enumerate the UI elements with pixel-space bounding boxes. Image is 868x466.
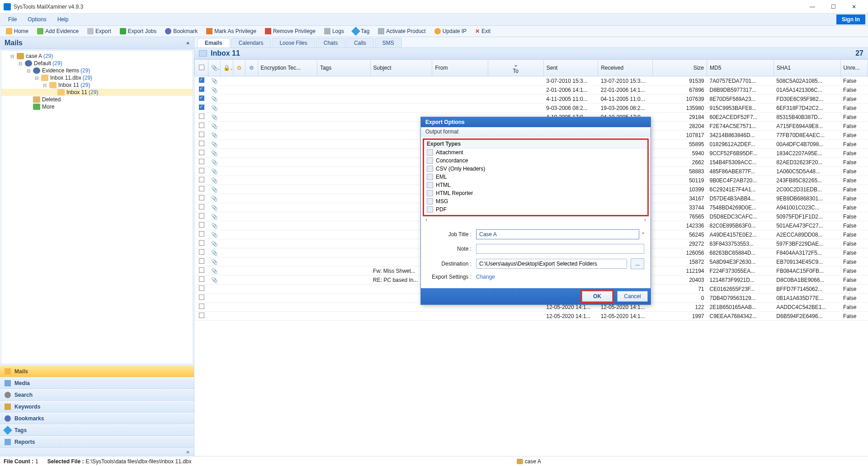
export-type-html[interactable]: HTML <box>424 181 647 189</box>
tree-node[interactable]: ⊟Inbox 11(29) <box>1 81 193 89</box>
row-checkbox[interactable] <box>199 276 204 282</box>
tree-toggle-icon[interactable]: ⊟ <box>18 61 23 66</box>
minimize-button[interactable]: — <box>802 0 823 14</box>
update-ip-button[interactable]: Update IP <box>430 27 471 36</box>
logs-button[interactable]: Logs <box>320 27 348 36</box>
tree-toggle-icon[interactable]: ⊟ <box>42 83 47 88</box>
remove-privilege-button[interactable]: Remove Privilege <box>261 27 320 36</box>
nav-item-mails[interactable]: Mails <box>0 366 194 377</box>
nav-item-search[interactable]: Search <box>0 389 194 401</box>
row-checkbox[interactable] <box>199 95 204 101</box>
nav-item-bookmarks[interactable]: Bookmarks <box>0 413 194 424</box>
column-header[interactable]: 🔒 <box>221 60 233 76</box>
row-checkbox[interactable] <box>199 159 204 164</box>
export-type-concordance[interactable]: Concordance <box>424 157 647 165</box>
tree-node[interactable]: Deleted <box>1 96 193 103</box>
bookmark-button[interactable]: Bookmark <box>161 27 202 36</box>
tab-loose-files[interactable]: Loose Files <box>272 38 315 48</box>
collapse-sidebar-button[interactable]: « <box>186 40 189 46</box>
activate-button[interactable]: Activate Product <box>374 27 429 36</box>
h-scrollbar[interactable]: ‹› <box>423 216 649 223</box>
row-checkbox[interactable] <box>199 213 204 219</box>
export-types-list[interactable]: Export Types AttachmentConcordanceCSV (O… <box>423 138 649 216</box>
add-evidence-button[interactable]: Add Evidence <box>33 27 83 36</box>
table-row[interactable]: 📎2-01-2006 14:1...22-01-2006 14:1...6789… <box>195 86 868 95</box>
close-button[interactable]: ✕ <box>844 0 864 14</box>
column-header[interactable]: ✿ <box>233 60 245 76</box>
tree-node[interactable]: More <box>1 103 193 110</box>
column-header[interactable]: Subject <box>370 60 432 76</box>
row-checkbox[interactable] <box>199 249 204 255</box>
row-checkbox[interactable] <box>199 150 204 155</box>
export-type-eml[interactable]: EML <box>424 173 647 181</box>
row-checkbox[interactable] <box>199 132 204 137</box>
menu-help[interactable]: Help <box>52 15 74 24</box>
column-header[interactable]: From <box>432 60 488 76</box>
row-checkbox[interactable] <box>199 240 204 246</box>
tab-emails[interactable]: Emails <box>197 38 230 48</box>
tree-node[interactable]: ⊟Default(29) <box>1 60 193 67</box>
row-checkbox[interactable] <box>199 123 204 128</box>
export-type-pdf[interactable]: PDF <box>424 205 647 214</box>
signin-button[interactable]: Sign In <box>836 14 865 24</box>
row-checkbox[interactable] <box>199 114 204 119</box>
column-header[interactable]: Sent <box>543 60 598 76</box>
export-type-attachment[interactable]: Attachment <box>424 148 647 157</box>
destination-input[interactable] <box>476 259 627 269</box>
column-header[interactable]: Received <box>598 60 652 76</box>
ok-button[interactable]: OK <box>582 291 613 302</box>
select-all-checkbox[interactable] <box>199 65 204 70</box>
browse-button[interactable]: ... <box>631 258 644 269</box>
column-header[interactable]: SHA1 <box>774 60 840 76</box>
column-header[interactable]: Tags <box>317 60 370 76</box>
menu-file[interactable]: File <box>3 15 22 24</box>
column-header[interactable]: Encryption Tec... <box>258 60 317 76</box>
row-checkbox[interactable] <box>199 313 204 318</box>
tree-node[interactable]: Inbox 11(29) <box>1 89 193 96</box>
nav-item-media[interactable]: Media <box>0 377 194 389</box>
column-header[interactable]: ⌄To <box>488 60 543 76</box>
tree-toggle-icon[interactable]: ⊟ <box>34 76 39 81</box>
export-type-csv-only-headers-[interactable]: CSV (Only Headers) <box>424 165 647 173</box>
row-checkbox[interactable] <box>199 141 204 146</box>
row-checkbox[interactable] <box>199 267 204 273</box>
row-checkbox[interactable] <box>199 231 204 237</box>
tree-node[interactable]: ⊟Evidence Items(29) <box>1 67 193 74</box>
nav-more-button[interactable]: » <box>0 448 194 456</box>
tree-toggle-icon[interactable]: ⊟ <box>26 68 31 73</box>
export-type-html-reporter[interactable]: HTML Reporter <box>424 189 647 197</box>
column-header[interactable]: ⚙ <box>245 60 258 76</box>
nav-item-reports[interactable]: Reports <box>0 436 194 448</box>
tab-sms[interactable]: SMS <box>375 38 402 48</box>
table-row[interactable]: 12-05-2020 14:1...12-05-2020 14:1...1997… <box>195 312 868 321</box>
change-settings-link[interactable]: Change <box>476 274 495 280</box>
tree-node[interactable]: ⊟case A(29) <box>1 52 193 60</box>
row-checkbox[interactable] <box>199 177 204 182</box>
note-input[interactable] <box>476 244 644 254</box>
column-header[interactable]: MD5 <box>707 60 774 76</box>
tree-toggle-icon[interactable]: ⊟ <box>9 54 15 59</box>
row-checkbox[interactable] <box>199 295 204 300</box>
row-checkbox[interactable] <box>199 186 204 191</box>
mark-privilege-button[interactable]: Mark As Privilege <box>202 27 260 36</box>
nav-item-tags[interactable]: Tags <box>0 424 194 436</box>
menu-options[interactable]: Options <box>22 15 52 24</box>
row-checkbox[interactable] <box>199 204 204 209</box>
maximize-button[interactable]: ☐ <box>823 0 844 14</box>
tree[interactable]: ⊟case A(29)⊟Default(29)⊟Evidence Items(2… <box>1 50 193 364</box>
table-row[interactable]: 📎3-07-2010 15:3...13-07-2010 15:3...9153… <box>195 76 868 86</box>
export-type-msg[interactable]: MSG <box>424 197 647 205</box>
row-checkbox[interactable] <box>199 285 204 291</box>
row-checkbox[interactable] <box>199 222 204 228</box>
row-checkbox[interactable] <box>199 258 204 264</box>
tree-node[interactable]: ⊟Inbox 11.dbx(29) <box>1 74 193 81</box>
tab-chats[interactable]: Chats <box>316 38 345 48</box>
table-row[interactable]: 📎9-03-2006 08:2...19-03-2006 08:2...1359… <box>195 104 868 113</box>
row-checkbox[interactable] <box>199 77 204 83</box>
export-jobs-button[interactable]: Export Jobs <box>116 27 160 36</box>
export-button[interactable]: Export <box>83 27 115 36</box>
row-checkbox[interactable] <box>199 86 204 92</box>
exit-button[interactable]: ✕Exit <box>471 27 495 36</box>
cancel-button[interactable]: Cancel <box>617 291 648 302</box>
row-checkbox[interactable] <box>199 168 204 173</box>
